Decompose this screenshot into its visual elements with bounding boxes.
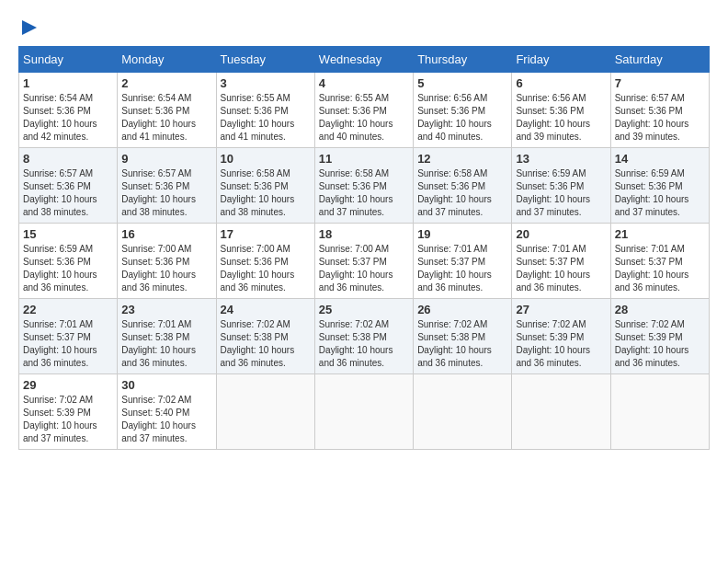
- weekday-header-cell: Friday: [512, 47, 610, 73]
- calendar-day-cell: 26 Sunrise: 7:02 AM Sunset: 5:38 PM Dayl…: [414, 299, 512, 374]
- calendar-week-row: 15 Sunrise: 6:59 AM Sunset: 5:36 PM Dayl…: [19, 224, 710, 299]
- calendar-day-cell: 22 Sunrise: 7:01 AM Sunset: 5:37 PM Dayl…: [19, 299, 118, 374]
- calendar-week-row: 1 Sunrise: 6:54 AM Sunset: 5:36 PM Dayli…: [19, 73, 710, 148]
- calendar-week-row: 29 Sunrise: 7:02 AM Sunset: 5:39 PM Dayl…: [19, 374, 710, 450]
- day-number: 25: [319, 303, 409, 316]
- calendar-day-cell: [512, 374, 610, 450]
- day-number: 13: [516, 152, 606, 166]
- day-number: 11: [319, 152, 409, 166]
- calendar-day-cell: 27 Sunrise: 7:02 AM Sunset: 5:39 PM Dayl…: [512, 299, 610, 374]
- calendar-day-cell: 4 Sunrise: 6:55 AM Sunset: 5:36 PM Dayli…: [314, 73, 413, 148]
- calendar-day-cell: 1 Sunrise: 6:54 AM Sunset: 5:36 PM Dayli…: [19, 73, 118, 148]
- day-number: 15: [23, 227, 113, 241]
- day-detail: Sunrise: 6:58 AM Sunset: 5:36 PM Dayligh…: [417, 167, 507, 219]
- calendar-day-cell: 21 Sunrise: 7:01 AM Sunset: 5:37 PM Dayl…: [610, 224, 709, 299]
- day-detail: Sunrise: 7:02 AM Sunset: 5:39 PM Dayligh…: [615, 318, 705, 370]
- day-detail: Sunrise: 6:56 AM Sunset: 5:36 PM Dayligh…: [417, 92, 507, 144]
- day-detail: Sunrise: 6:57 AM Sunset: 5:36 PM Dayligh…: [121, 167, 211, 219]
- calendar-day-cell: [314, 374, 413, 450]
- calendar-day-cell: [414, 374, 512, 450]
- calendar-day-cell: 6 Sunrise: 6:56 AM Sunset: 5:36 PM Dayli…: [512, 73, 610, 148]
- day-detail: Sunrise: 7:01 AM Sunset: 5:37 PM Dayligh…: [615, 243, 705, 294]
- day-detail: Sunrise: 6:59 AM Sunset: 5:36 PM Dayligh…: [23, 243, 113, 294]
- day-detail: Sunrise: 7:00 AM Sunset: 5:36 PM Dayligh…: [121, 243, 211, 294]
- day-number: 3: [221, 76, 311, 90]
- weekday-header-cell: Sunday: [19, 47, 118, 73]
- calendar-day-cell: 19 Sunrise: 7:01 AM Sunset: 5:37 PM Dayl…: [414, 224, 512, 299]
- day-detail: Sunrise: 6:57 AM Sunset: 5:36 PM Dayligh…: [615, 92, 705, 144]
- page-header: [18, 18, 710, 37]
- calendar-day-cell: 5 Sunrise: 6:56 AM Sunset: 5:36 PM Dayli…: [414, 73, 512, 148]
- svg-marker-0: [22, 20, 37, 35]
- calendar-day-cell: 25 Sunrise: 7:02 AM Sunset: 5:38 PM Dayl…: [314, 299, 413, 374]
- calendar-day-cell: 8 Sunrise: 6:57 AM Sunset: 5:36 PM Dayli…: [19, 148, 118, 224]
- day-number: 4: [319, 76, 409, 90]
- day-detail: Sunrise: 7:02 AM Sunset: 5:39 PM Dayligh…: [23, 394, 113, 445]
- calendar-day-cell: [216, 374, 314, 450]
- weekday-header-cell: Thursday: [414, 47, 512, 73]
- day-number: 12: [417, 152, 507, 166]
- calendar-day-cell: 14 Sunrise: 6:59 AM Sunset: 5:36 PM Dayl…: [610, 148, 709, 224]
- day-detail: Sunrise: 6:55 AM Sunset: 5:36 PM Dayligh…: [221, 92, 311, 144]
- day-number: 8: [23, 152, 113, 166]
- calendar-day-cell: 3 Sunrise: 6:55 AM Sunset: 5:36 PM Dayli…: [216, 73, 314, 148]
- day-number: 17: [221, 227, 311, 241]
- day-number: 19: [417, 227, 507, 241]
- day-detail: Sunrise: 7:01 AM Sunset: 5:37 PM Dayligh…: [516, 243, 606, 294]
- day-number: 28: [615, 303, 705, 316]
- calendar-day-cell: 29 Sunrise: 7:02 AM Sunset: 5:39 PM Dayl…: [19, 374, 118, 450]
- calendar-day-cell: 18 Sunrise: 7:00 AM Sunset: 5:37 PM Dayl…: [314, 224, 413, 299]
- day-detail: Sunrise: 7:01 AM Sunset: 5:38 PM Dayligh…: [121, 318, 211, 370]
- day-number: 18: [319, 227, 409, 241]
- day-detail: Sunrise: 7:02 AM Sunset: 5:38 PM Dayligh…: [221, 318, 311, 370]
- weekday-header-row: SundayMondayTuesdayWednesdayThursdayFrid…: [19, 47, 710, 73]
- weekday-header-cell: Tuesday: [216, 47, 314, 73]
- day-number: 21: [615, 227, 705, 241]
- day-number: 5: [417, 76, 507, 90]
- calendar-week-row: 8 Sunrise: 6:57 AM Sunset: 5:36 PM Dayli…: [19, 148, 710, 224]
- day-number: 30: [121, 378, 211, 392]
- calendar-day-cell: 20 Sunrise: 7:01 AM Sunset: 5:37 PM Dayl…: [512, 224, 610, 299]
- calendar-day-cell: 30 Sunrise: 7:02 AM Sunset: 5:40 PM Dayl…: [118, 374, 216, 450]
- day-detail: Sunrise: 6:59 AM Sunset: 5:36 PM Dayligh…: [615, 167, 705, 219]
- day-number: 16: [121, 227, 211, 241]
- weekday-header-cell: Saturday: [610, 47, 709, 73]
- day-detail: Sunrise: 7:02 AM Sunset: 5:38 PM Dayligh…: [417, 318, 507, 370]
- weekday-header-cell: Wednesday: [314, 47, 413, 73]
- calendar-day-cell: 23 Sunrise: 7:01 AM Sunset: 5:38 PM Dayl…: [118, 299, 216, 374]
- day-detail: Sunrise: 7:01 AM Sunset: 5:37 PM Dayligh…: [417, 243, 507, 294]
- day-number: 26: [417, 303, 507, 316]
- day-detail: Sunrise: 7:00 AM Sunset: 5:36 PM Dayligh…: [221, 243, 311, 294]
- day-detail: Sunrise: 6:54 AM Sunset: 5:36 PM Dayligh…: [121, 92, 211, 144]
- day-number: 14: [615, 152, 705, 166]
- day-number: 7: [615, 76, 705, 90]
- day-detail: Sunrise: 6:58 AM Sunset: 5:36 PM Dayligh…: [221, 167, 311, 219]
- day-detail: Sunrise: 7:02 AM Sunset: 5:39 PM Dayligh…: [516, 318, 606, 370]
- calendar-week-row: 22 Sunrise: 7:01 AM Sunset: 5:37 PM Dayl…: [19, 299, 710, 374]
- day-number: 9: [121, 152, 211, 166]
- calendar-table: SundayMondayTuesdayWednesdayThursdayFrid…: [18, 46, 710, 450]
- day-detail: Sunrise: 6:58 AM Sunset: 5:36 PM Dayligh…: [319, 167, 409, 219]
- day-detail: Sunrise: 7:01 AM Sunset: 5:37 PM Dayligh…: [23, 318, 113, 370]
- day-number: 6: [516, 76, 606, 90]
- day-number: 29: [23, 378, 113, 392]
- logo-flag-icon: [20, 18, 39, 37]
- day-detail: Sunrise: 6:57 AM Sunset: 5:36 PM Dayligh…: [23, 167, 113, 219]
- day-number: 10: [221, 152, 311, 166]
- day-detail: Sunrise: 6:55 AM Sunset: 5:36 PM Dayligh…: [319, 92, 409, 144]
- calendar-day-cell: 17 Sunrise: 7:00 AM Sunset: 5:36 PM Dayl…: [216, 224, 314, 299]
- day-number: 22: [23, 303, 113, 316]
- calendar-day-cell: 7 Sunrise: 6:57 AM Sunset: 5:36 PM Dayli…: [610, 73, 709, 148]
- day-detail: Sunrise: 7:02 AM Sunset: 5:38 PM Dayligh…: [319, 318, 409, 370]
- logo: [18, 18, 39, 37]
- calendar-body: 1 Sunrise: 6:54 AM Sunset: 5:36 PM Dayli…: [19, 73, 710, 450]
- calendar-day-cell: 10 Sunrise: 6:58 AM Sunset: 5:36 PM Dayl…: [216, 148, 314, 224]
- calendar-day-cell: 15 Sunrise: 6:59 AM Sunset: 5:36 PM Dayl…: [19, 224, 118, 299]
- day-number: 20: [516, 227, 606, 241]
- day-number: 24: [221, 303, 311, 316]
- calendar-day-cell: 28 Sunrise: 7:02 AM Sunset: 5:39 PM Dayl…: [610, 299, 709, 374]
- calendar-day-cell: 24 Sunrise: 7:02 AM Sunset: 5:38 PM Dayl…: [216, 299, 314, 374]
- calendar-day-cell: 16 Sunrise: 7:00 AM Sunset: 5:36 PM Dayl…: [118, 224, 216, 299]
- day-number: 1: [23, 76, 113, 90]
- day-detail: Sunrise: 6:56 AM Sunset: 5:36 PM Dayligh…: [516, 92, 606, 144]
